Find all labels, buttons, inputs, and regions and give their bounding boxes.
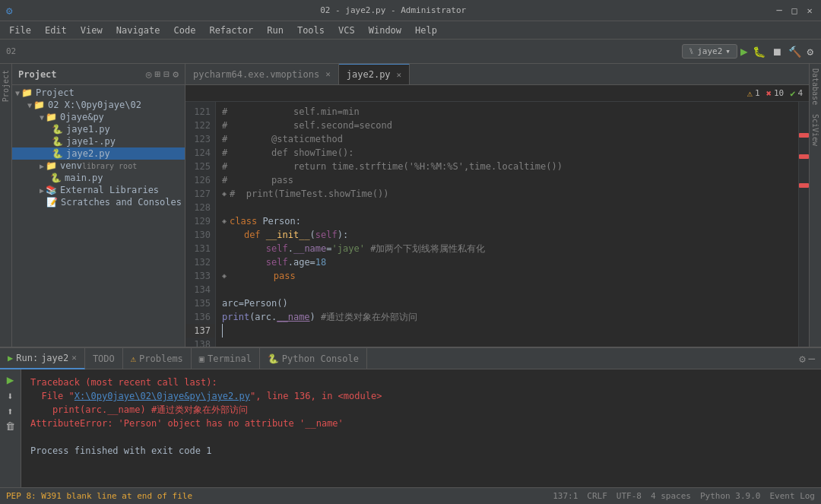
tree-item-venv[interactable]: ▶ 📁 venv library root [12, 160, 185, 172]
tree-item-jaye1[interactable]: 🐍 jaye1.py [12, 123, 185, 135]
cursor-position[interactable]: 137:1 [553, 491, 578, 501]
event-log[interactable]: Event Log [769, 491, 815, 501]
run-line-1: Traceback (most recent call last): [30, 376, 812, 389]
close-button[interactable]: ✕ [804, 5, 815, 16]
error-marker-1[interactable] [799, 133, 809, 138]
title-bar: ⚙ 02 - jaye2.py - Administrator ─ □ ✕ [0, 0, 821, 21]
code-line-130: def __init__(self): [222, 228, 792, 242]
menu-tools[interactable]: Tools [291, 24, 331, 37]
python-file-icon: 🐍 [52, 148, 63, 159]
menu-edit[interactable]: Edit [39, 24, 73, 37]
gutter-mark-133: ◈ [222, 269, 227, 283]
gear-icon[interactable]: ⚙ [173, 68, 179, 80]
code-editor[interactable]: # self.min=min # self.second=second # @s… [216, 102, 798, 347]
warning-badge[interactable]: ⚠ 1 [747, 88, 760, 99]
project-tab[interactable]: Project [0, 67, 11, 105]
indent-info[interactable]: 4 spaces [651, 491, 691, 501]
run-line-5 [30, 430, 812, 444]
stop-button[interactable]: ⏹ [772, 46, 782, 58]
tree-item-extlibs[interactable]: ▶ 📚 External Libraries [12, 184, 185, 196]
error-count: 10 [774, 88, 784, 98]
info-badge[interactable]: ✔ 4 [790, 88, 803, 99]
menu-run[interactable]: Run [261, 24, 290, 37]
python-version[interactable]: Python 3.9.0 [700, 491, 760, 501]
tree-item-jaye2[interactable]: 🐍 jaye2.py [12, 147, 185, 160]
tab-vmoptions[interactable]: pycharm64.exe.vmoptions ✕ [185, 64, 339, 84]
line-125: 125 [185, 160, 215, 173]
menu-help[interactable]: Help [409, 24, 443, 37]
run-button[interactable]: ▶ [740, 44, 748, 59]
expand-icon[interactable]: ⊞ [155, 68, 161, 80]
branch-icon: ⑊ [689, 46, 694, 56]
branch-name: jaye2 [697, 46, 722, 56]
code-line-123: # @staticmethod [222, 132, 792, 146]
todo-tab[interactable]: TODO [85, 348, 123, 369]
toolbar-left: 02 [6, 46, 25, 56]
run-line-2: File "X:\0py0jaye\02\0jaye&py\jaye2.py",… [30, 389, 812, 403]
right-panel: Database SciView [809, 64, 821, 347]
collapse-icon[interactable]: ⊟ [163, 68, 170, 80]
run-tab-label: Run: [16, 353, 38, 363]
menu-code[interactable]: Code [168, 24, 202, 37]
run-sidebar: ▶ ⬇ ⬆ 🗑 [0, 369, 21, 487]
tree-arrow: ▶ [40, 186, 44, 195]
stop-run-button[interactable]: ⬇ [7, 390, 13, 402]
debug-button[interactable]: 🐛 [753, 46, 766, 58]
bottom-panel-icons: ⚙ ─ [793, 353, 821, 365]
problems-icon: ⚠ [131, 353, 136, 364]
clear-button[interactable]: 🗑 [5, 420, 15, 432]
tree-label: 0jaye&py [60, 112, 104, 122]
build-button[interactable]: 🔨 [788, 46, 801, 58]
encoding[interactable]: UTF-8 [617, 491, 642, 501]
bottom-panel: ▶ Run: jaye2 ✕ TODO ⚠ Problems ▣ Termina… [0, 347, 821, 487]
settings-icon[interactable]: ⚙ [807, 46, 813, 58]
tab-jaye2[interactable]: jaye2.py ✕ [339, 64, 410, 84]
line-138: 138 [185, 338, 215, 347]
bottom-tabs: ▶ Run: jaye2 ✕ TODO ⚠ Problems ▣ Termina… [0, 348, 821, 369]
close-bottom-icon[interactable]: ─ [809, 353, 815, 365]
problems-tab-label: Problems [139, 353, 183, 364]
minimize-button[interactable]: ─ [774, 5, 785, 16]
menu-refactor[interactable]: Refactor [203, 24, 259, 37]
tree-item-0jaye[interactable]: ▼ 📁 0jaye&py [12, 111, 185, 123]
line-127: 127 [185, 187, 215, 201]
menu-navigate[interactable]: Navigate [110, 24, 166, 37]
code-line-137 [222, 324, 792, 338]
tree-item-main[interactable]: 🐍 main.py [12, 172, 185, 184]
run-tab[interactable]: ▶ Run: jaye2 ✕ [0, 348, 85, 369]
todo-tab-label: TODO [93, 353, 115, 364]
error-marker-3[interactable] [799, 183, 809, 188]
tree-label: jaye2.py [66, 148, 110, 159]
error-badge[interactable]: ✖ 10 [766, 88, 784, 99]
file-tree: ▼ 📁 Project ▼ 📁 02 X:\0py0jaye\02 ▼ 📁 0j… [12, 85, 185, 347]
menu-vcs[interactable]: VCS [332, 24, 361, 37]
problems-tab[interactable]: ⚠ Problems [123, 348, 192, 369]
menu-window[interactable]: Window [363, 24, 407, 37]
sciview-tab[interactable]: SciView [810, 109, 821, 151]
run-tab-close[interactable]: ✕ [71, 353, 77, 363]
tree-item-project[interactable]: ▼ 📁 Project [12, 87, 185, 99]
tree-arrow: ▼ [40, 113, 44, 122]
tree-item-scratches[interactable]: 📝 Scratches and Consoles [12, 196, 185, 208]
scroll-up-button[interactable]: ⬆ [7, 405, 13, 417]
locate-icon[interactable]: ◎ [146, 68, 152, 80]
python-console-tab[interactable]: 🐍 Python Console [260, 348, 367, 369]
tab-jaye2-close[interactable]: ✕ [397, 70, 402, 80]
rerun-button[interactable]: ▶ [7, 372, 14, 387]
terminal-tab[interactable]: ▣ Terminal [192, 348, 260, 369]
database-tab[interactable]: Database [810, 64, 821, 109]
tree-item-02[interactable]: ▼ 📁 02 X:\0py0jaye\02 [12, 99, 185, 111]
menu-view[interactable]: View [74, 24, 109, 37]
menu-file[interactable]: File [3, 24, 37, 37]
branch-selector[interactable]: ⑊ jaye2 ▾ [682, 44, 737, 59]
maximize-button[interactable]: □ [789, 5, 800, 16]
title-left: ⚙ [6, 5, 12, 17]
file-link[interactable]: X:\0py0jaye\02\0jaye&py\jaye2.py [74, 391, 250, 401]
line-separator[interactable]: CRLF [587, 491, 607, 501]
tab-vmoptions-close[interactable]: ✕ [325, 69, 331, 79]
settings-bottom-icon[interactable]: ⚙ [799, 353, 805, 365]
tree-item-jaye1-[interactable]: 🐍 jaye1-.py [12, 135, 185, 147]
error-marker-2[interactable] [799, 154, 809, 159]
code-line-136: print(arc.__name) #通过类对象在外部访问 [222, 310, 792, 324]
gutter-mark-129: ◈ [222, 214, 227, 228]
